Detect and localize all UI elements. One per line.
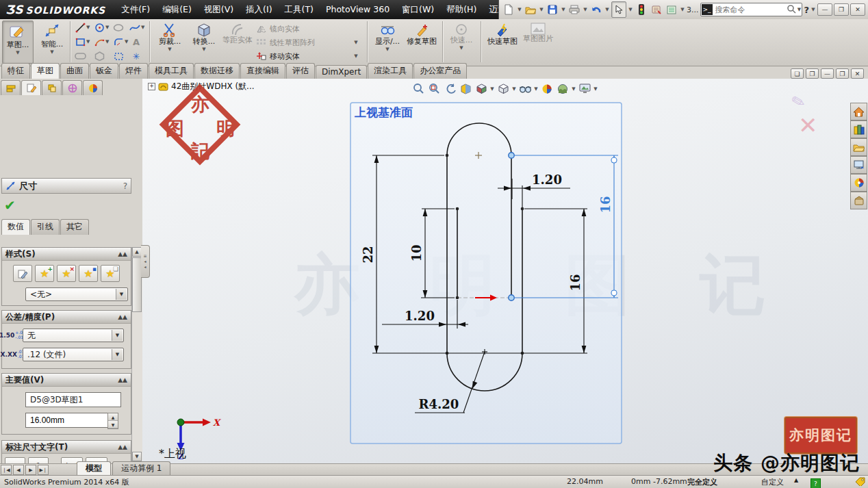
trim-caret[interactable]: ▼ — [167, 47, 173, 52]
dim-120-top-label[interactable]: 1.20 — [532, 172, 562, 187]
hide-show-caret[interactable]: ▼ — [533, 86, 539, 92]
convert-caret[interactable]: ▼ — [201, 47, 207, 52]
mirror-entities-button[interactable]: 镜向实体 — [256, 22, 359, 36]
tab-evaluate[interactable]: 评估 — [286, 63, 315, 79]
doc-close-button[interactable]: ✕ — [851, 68, 864, 79]
doc-minimize-button[interactable]: — — [821, 68, 834, 79]
linear-pattern-button[interactable]: 线性草图阵列 ▼ — [256, 36, 359, 49]
quick-snaps-button[interactable]: 快速... ▼ — [446, 21, 476, 64]
task-list-icon[interactable] — [665, 2, 678, 17]
sketch-viewport[interactable]: 上视基准面 — [142, 79, 868, 464]
undo-caret[interactable]: ▼ — [604, 7, 610, 12]
dimension-value-input[interactable] — [25, 413, 107, 428]
tolerance-header[interactable]: 公差/精度(P)▲▲ — [2, 311, 131, 324]
sketch-picture-button[interactable]: 草图图片 — [522, 21, 554, 64]
view-orientation-icon[interactable] — [474, 81, 489, 96]
tab-direct-editing[interactable]: 直接编辑 — [240, 63, 285, 79]
tab-surfaces[interactable]: 曲面 — [60, 63, 89, 79]
trim-entities-button[interactable]: 剪裁... ▼ — [153, 21, 186, 64]
ok-check-button[interactable]: ✔ — [4, 197, 16, 214]
display-style-caret[interactable]: ▼ — [511, 86, 517, 92]
arc-caret[interactable]: ▼ — [105, 39, 111, 44]
smart-dimension-button[interactable]: 智能... ▼ — [36, 21, 68, 64]
tab-next-icon[interactable]: ▶ — [25, 465, 36, 475]
search-input[interactable] — [714, 5, 787, 14]
new-caret[interactable]: ▼ — [517, 7, 522, 12]
apply-scene-caret[interactable]: ▼ — [571, 86, 576, 92]
select-caret[interactable]: ▼ — [628, 7, 633, 12]
style-header[interactable]: 样式(S)▲▲ — [2, 248, 131, 261]
spline-tool-icon[interactable] — [129, 22, 141, 33]
tab-weldments[interactable]: 焊件 — [119, 63, 148, 79]
point-tool-icon[interactable]: ✳ — [130, 51, 142, 62]
zoom-fit-icon[interactable] — [411, 81, 426, 96]
pattern-select-icon[interactable] — [112, 51, 125, 62]
primary-value-header[interactable]: 主要值(V)▲▲ — [2, 374, 131, 387]
dim-16-selected-label[interactable]: 16 — [598, 196, 613, 213]
dimxpert-manager-tab[interactable] — [62, 80, 82, 95]
restore-button[interactable]: ❐ — [834, 3, 849, 16]
offset-entities-button[interactable]: 等距实体 — [222, 21, 253, 64]
section-view-icon[interactable] — [458, 81, 473, 96]
subtab-value[interactable]: 数值 — [1, 219, 30, 235]
menu-help[interactable]: 帮助(H) — [440, 0, 483, 19]
model-tab[interactable]: 模型 — [77, 461, 111, 476]
dropdown-caret-icon[interactable]: ▼ — [116, 289, 127, 300]
minimize-button[interactable]: — — [817, 3, 832, 16]
save-style-button[interactable]: ★▪ — [79, 265, 98, 282]
collapse-chevron-icon[interactable]: ▲▲ — [118, 444, 127, 450]
dim-16-right-label[interactable]: 16 — [568, 274, 583, 291]
new-document-icon[interactable] — [502, 2, 515, 17]
resources-home-icon[interactable] — [850, 103, 867, 120]
arc-tool-icon[interactable] — [93, 36, 105, 47]
display-manager-tab[interactable] — [83, 80, 103, 95]
subtab-other[interactable]: 其它 — [60, 219, 89, 235]
subtab-leaders[interactable]: 引线 — [31, 219, 60, 235]
scroll-up-icon[interactable]: ▲ — [132, 247, 142, 257]
fillet-caret[interactable]: ▼ — [125, 39, 130, 44]
menu-tools[interactable]: 工具(T) — [279, 0, 320, 19]
unit-system-label[interactable]: 自定义 — [761, 477, 784, 487]
close-button[interactable]: ✕ — [850, 3, 865, 16]
custom-properties-icon[interactable] — [850, 192, 867, 209]
save-icon[interactable] — [546, 2, 559, 17]
file-explorer-icon[interactable] — [850, 138, 867, 156]
polygon-tool-icon[interactable] — [93, 51, 105, 62]
edit-appearance-icon[interactable] — [539, 81, 554, 96]
tab-sheet-metal[interactable]: 钣金 — [90, 63, 118, 79]
dim-radius-label[interactable]: R4.20 — [419, 397, 459, 411]
menu-file[interactable]: 文件(F) — [115, 0, 156, 19]
save-caret[interactable]: ▼ — [561, 7, 566, 12]
open-icon[interactable] — [524, 2, 537, 17]
scroll-down-icon[interactable]: ▼ — [132, 452, 142, 461]
tab-features[interactable]: 特征 — [1, 63, 30, 79]
tab-dimxpert[interactable]: DimXpert — [316, 65, 367, 79]
spline-caret[interactable]: ▼ — [141, 25, 146, 30]
collapse-chevron-icon[interactable]: ▲▲ — [118, 313, 127, 320]
print-caret[interactable]: ▼ — [583, 7, 588, 12]
load-style-button[interactable]: ★❏ — [101, 265, 120, 282]
display-relations-caret[interactable]: ▼ — [385, 47, 390, 52]
menu-view[interactable]: 视图(V) — [198, 0, 240, 19]
tag-icon[interactable] — [855, 477, 865, 488]
select-cursor-icon[interactable] — [611, 1, 626, 18]
appearances-icon[interactable] — [850, 174, 867, 192]
open-caret[interactable]: ▼ — [539, 7, 544, 12]
sketch-button[interactable]: 草图... ▼ — [2, 21, 34, 64]
tab-office-products[interactable]: 办公室产品 — [413, 63, 467, 79]
dim-10-label[interactable]: 10 — [409, 244, 424, 261]
fillet-tool-icon[interactable] — [112, 36, 125, 47]
rectangle-tool-icon[interactable] — [74, 36, 86, 47]
dimension-text-header[interactable]: 标注尺寸文字(T)▲▲ — [2, 441, 131, 454]
view-settings-icon[interactable] — [577, 81, 592, 96]
feature-manager-tab[interactable] — [1, 80, 21, 95]
graphics-area[interactable]: 亦 明 图 记 上视基准面 — [142, 79, 868, 464]
tolerance-dropdown[interactable]: 无 ▼ — [23, 329, 124, 342]
rectangle-caret[interactable]: ▼ — [86, 39, 92, 44]
delete-style-button[interactable]: ★× — [57, 265, 76, 282]
tab-render-tools[interactable]: 渲染工具 — [368, 63, 413, 79]
undo-icon[interactable] — [589, 2, 603, 17]
search-icon[interactable] — [787, 4, 796, 16]
panel-help-icon[interactable]: ? — [123, 181, 127, 191]
style-dropdown[interactable]: <无> ▼ — [25, 287, 128, 301]
